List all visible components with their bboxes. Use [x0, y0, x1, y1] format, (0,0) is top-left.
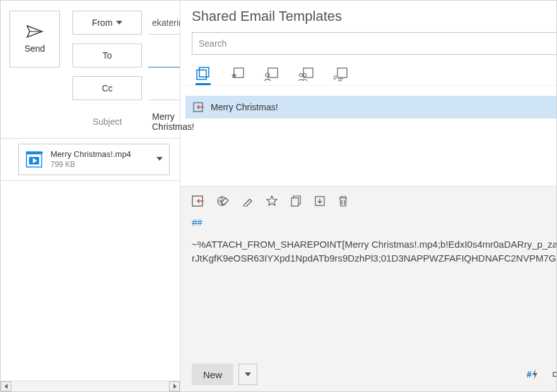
announce-icon[interactable] [552, 369, 557, 379]
compose-header: Send From ekaterina.pechyonkina@ad To Cc… [1, 1, 180, 135]
tab-macros[interactable]: # [333, 64, 348, 85]
preview-text: ~%ATTACH_FROM_SHAREPOINT[Merry Christmas… [192, 238, 557, 266]
from-address[interactable]: ekaterina.pechyonkina@ad [148, 11, 180, 35]
bottom-bar: New # ○○○ [192, 357, 557, 385]
svg-marker-2 [26, 152, 44, 154]
svg-rect-16 [337, 68, 347, 78]
new-dropdown[interactable] [238, 364, 257, 385]
new-button[interactable]: New [192, 364, 233, 385]
to-button[interactable]: To [73, 43, 142, 67]
attachments-area: Merry Christmas!.mp4 799 KB [1, 138, 180, 181]
template-item-merry-christmas[interactable]: Merry Christmas! ○○○ [185, 96, 557, 118]
svg-rect-25 [291, 198, 298, 206]
insert-icon [193, 102, 204, 112]
svg-marker-5 [4, 384, 8, 389]
svg-rect-13 [303, 68, 313, 78]
to-input[interactable] [148, 43, 180, 67]
chevron-down-icon [116, 21, 122, 25]
tab-person[interactable] [264, 64, 279, 85]
delete-icon[interactable] [338, 195, 348, 207]
tab-all-templates[interactable] [196, 64, 211, 85]
send-icon [26, 25, 44, 38]
to-label: To [103, 50, 112, 61]
search-input[interactable]: Search [192, 32, 557, 55]
svg-rect-10 [234, 68, 243, 78]
svg-rect-9 [199, 67, 209, 77]
edit-icon[interactable] [242, 195, 254, 207]
attachment-name: Merry Christmas!.mp4 [50, 149, 131, 160]
scroll-right-icon[interactable] [169, 381, 180, 391]
svg-text:#: # [333, 74, 337, 81]
svg-marker-6 [173, 384, 177, 389]
search-placeholder: Search [199, 38, 557, 49]
template-item-label: Merry Christmas! [211, 102, 278, 112]
scroll-track[interactable] [11, 381, 169, 391]
from-label: From [92, 18, 113, 28]
attachment-chip[interactable]: Merry Christmas!.mp4 799 KB [18, 144, 170, 175]
template-preview: ## ~%ATTACH_FROM_SHAREPOINT[Merry Christ… [180, 186, 557, 391]
cc-label: Cc [102, 83, 112, 93]
send-label: Send [25, 43, 45, 54]
svg-point-12 [266, 73, 269, 77]
template-list: Merry Christmas! ○○○ [180, 85, 557, 186]
horizontal-scrollbar[interactable] [1, 381, 180, 391]
copy-icon[interactable] [290, 195, 302, 207]
tab-bar: # [180, 60, 557, 85]
star-icon[interactable] [266, 195, 278, 207]
templates-panel: Shared Email Templates Search # [180, 1, 557, 391]
tab-favorites[interactable] [230, 64, 245, 85]
hash-bolt-icon[interactable]: # [527, 369, 538, 379]
preview-body: ## ~%ATTACH_FROM_SHAREPOINT[Merry Christ… [192, 216, 557, 357]
tab-team[interactable] [298, 64, 314, 85]
scroll-left-icon[interactable] [1, 381, 11, 391]
svg-point-14 [300, 74, 303, 77]
svg-rect-8 [197, 70, 206, 79]
cc-button[interactable]: Cc [73, 76, 142, 100]
subject-label: Subject [73, 117, 142, 127]
send-button[interactable]: Send [9, 11, 60, 67]
from-button[interactable]: From [73, 11, 142, 35]
svg-rect-11 [268, 68, 278, 78]
panel-title: Shared Email Templates [192, 8, 557, 25]
import-icon[interactable] [314, 195, 325, 207]
panel-header: Shared Email Templates [180, 1, 557, 30]
preview-hashes: ## [192, 216, 557, 230]
globe-edit-icon[interactable] [217, 195, 230, 207]
compose-pane: Send From ekaterina.pechyonkina@ad To Cc… [1, 1, 180, 391]
paste-icon[interactable] [192, 195, 204, 207]
video-file-icon [24, 149, 44, 170]
chevron-down-icon [245, 372, 251, 376]
preview-toolbar [192, 195, 557, 207]
cc-input[interactable] [148, 76, 180, 100]
attachment-size: 799 KB [50, 160, 131, 170]
attachment-menu-icon[interactable] [156, 157, 163, 161]
